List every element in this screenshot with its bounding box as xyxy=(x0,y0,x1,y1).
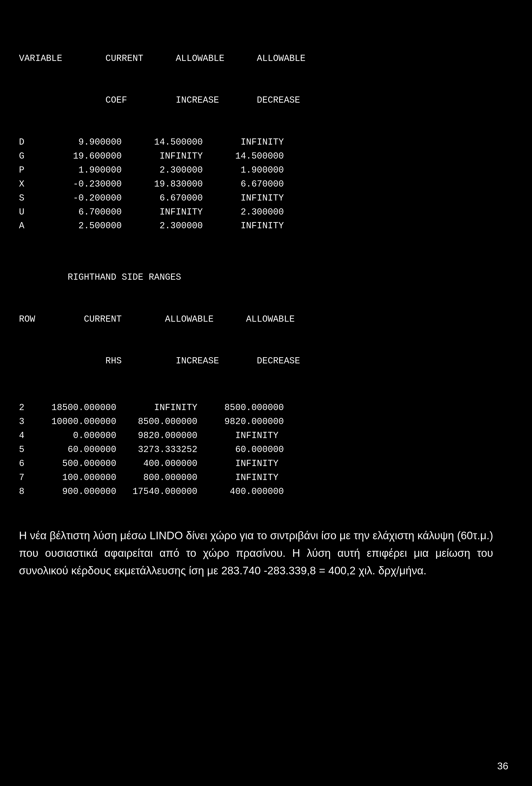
rhs-header: RIGHTHAND SIDE RANGES ROW CURRENT ALLOWA… xyxy=(19,242,513,396)
page-number: 36 xyxy=(497,760,508,772)
rhs-row-1: 3 10000.000000 8500.000000 9820.000000 xyxy=(19,415,513,429)
rhs-row-6: 8 900.000000 17540.000000 400.000000 xyxy=(19,485,513,499)
rhs-header-title: RIGHTHAND SIDE RANGES xyxy=(19,271,513,284)
rhs-header-line3: RHS INCREASE DECREASE xyxy=(19,354,513,368)
variable-row-6: A 2.500000 2.300000 INFINITY xyxy=(19,219,513,233)
variable-row-1: G 19.600000 INFINITY 14.500000 xyxy=(19,149,513,163)
rhs-row-5: 7 100.000000 800.000000 INFINITY xyxy=(19,471,513,485)
variables-rows: D 9.900000 14.500000 INFINITYG 19.600000… xyxy=(19,135,513,233)
variables-section: VARIABLE CURRENT ALLOWABLE ALLOWABLE COE… xyxy=(19,24,513,499)
variable-row-5: U 6.700000 INFINITY 2.300000 xyxy=(19,205,513,219)
variable-row-0: D 9.900000 14.500000 INFINITY xyxy=(19,135,513,149)
rhs-row-3: 5 60.000000 3273.333252 60.000000 xyxy=(19,443,513,457)
variable-row-4: S -0.200000 6.670000 INFINITY xyxy=(19,191,513,205)
variable-row-3: X -0.230000 19.830000 6.670000 xyxy=(19,177,513,191)
page-content: VARIABLE CURRENT ALLOWABLE ALLOWABLE COE… xyxy=(0,0,532,594)
rhs-row-0: 2 18500.000000 INFINITY 8500.000000 xyxy=(19,401,513,415)
variables-header-line1: VARIABLE CURRENT ALLOWABLE ALLOWABLE xyxy=(19,52,513,66)
variables-header-line2: COEF INCREASE DECREASE xyxy=(19,93,513,107)
rhs-row-2: 4 0.000000 9820.000000 INFINITY xyxy=(19,429,513,443)
rhs-row-4: 6 500.000000 400.000000 INFINITY xyxy=(19,457,513,471)
rhs-rows: 2 18500.000000 INFINITY 8500.0000003 100… xyxy=(19,401,513,499)
variables-table: VARIABLE CURRENT ALLOWABLE ALLOWABLE COE… xyxy=(19,24,513,135)
rhs-header-line2: ROW CURRENT ALLOWABLE ALLOWABLE xyxy=(19,313,513,326)
greek-paragraph: Η νέα βέλτιστη λύση μέσω LINDO δίνει χώρ… xyxy=(19,527,493,579)
variable-row-2: P 1.900000 2.300000 1.900000 xyxy=(19,163,513,177)
